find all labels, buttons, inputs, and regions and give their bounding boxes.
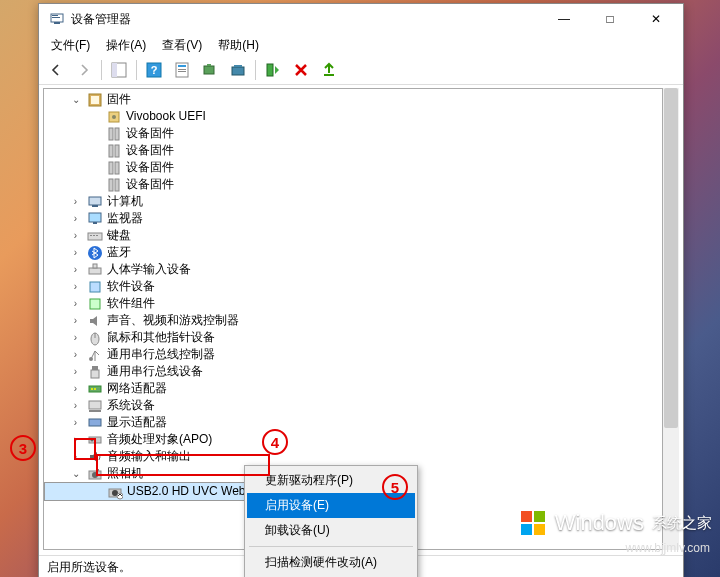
tree-node[interactable]: ›通用串行总线设备 xyxy=(44,363,662,380)
expand-icon[interactable]: › xyxy=(68,449,83,464)
tree-node[interactable]: ›显示适配器 xyxy=(44,414,662,431)
expand-icon[interactable]: › xyxy=(68,228,83,243)
svg-rect-51 xyxy=(89,401,101,409)
svg-rect-36 xyxy=(93,235,95,236)
keyboard-icon xyxy=(87,228,103,244)
svg-rect-37 xyxy=(96,235,98,236)
svg-rect-13 xyxy=(207,64,211,66)
audio-io-icon xyxy=(87,449,103,465)
show-hide-tree-button[interactable] xyxy=(106,57,132,83)
tree-item[interactable]: 设备固件 xyxy=(44,125,662,142)
svg-rect-15 xyxy=(234,65,242,67)
tree-node[interactable]: ›通用串行总线控制器 xyxy=(44,346,662,363)
expand-icon[interactable]: › xyxy=(68,415,83,430)
tree-node[interactable]: ›软件设备 xyxy=(44,278,662,295)
back-button[interactable] xyxy=(43,57,69,83)
svg-rect-24 xyxy=(109,145,113,157)
tree-node-firmware[interactable]: ⌄ 固件 xyxy=(44,91,662,108)
window-title: 设备管理器 xyxy=(71,11,541,28)
software-device-icon xyxy=(87,279,103,295)
expand-icon[interactable]: › xyxy=(68,432,83,447)
tree-node[interactable]: ›网络适配器 xyxy=(44,380,662,397)
menu-action[interactable]: 操作(A) xyxy=(98,35,154,56)
minimize-button[interactable]: — xyxy=(541,4,587,34)
sound-icon xyxy=(87,313,103,329)
annotation-3: 3 xyxy=(10,435,36,461)
tree-node[interactable]: ›声音、视频和游戏控制器 xyxy=(44,312,662,329)
svg-rect-39 xyxy=(89,268,101,274)
maximize-button[interactable]: □ xyxy=(587,4,633,34)
svg-rect-33 xyxy=(93,222,97,224)
tree-item-webcam-selected[interactable]: USB2.0 HD UVC WebCam xyxy=(44,482,272,501)
ctx-update-driver[interactable]: 更新驱动程序(P) xyxy=(247,468,415,493)
enable-device-button[interactable] xyxy=(260,57,286,83)
tree-label: 计算机 xyxy=(107,193,143,210)
firmware-chip-icon xyxy=(106,160,122,176)
uninstall-button[interactable] xyxy=(288,57,314,83)
usb-icon xyxy=(87,347,103,363)
collapse-icon[interactable]: ⌄ xyxy=(68,466,83,481)
collapse-icon[interactable]: ⌄ xyxy=(68,92,83,107)
add-legacy-button[interactable] xyxy=(316,57,342,83)
expand-icon[interactable]: › xyxy=(68,313,83,328)
menu-file[interactable]: 文件(F) xyxy=(43,35,98,56)
tree-label: 通用串行总线控制器 xyxy=(107,346,215,363)
expand-icon[interactable]: › xyxy=(68,211,83,226)
computer-icon xyxy=(87,194,103,210)
expand-icon[interactable]: › xyxy=(68,398,83,413)
tree-item[interactable]: 设备固件 xyxy=(44,176,662,193)
tree-node[interactable]: ›计算机 xyxy=(44,193,662,210)
context-menu: 更新驱动程序(P) 启用设备(E) 卸载设备(U) 扫描检测硬件改动(A) 属性… xyxy=(244,465,418,577)
forward-button[interactable] xyxy=(71,57,97,83)
expand-icon[interactable]: › xyxy=(68,364,83,379)
tree-label: 鼠标和其他指针设备 xyxy=(107,329,215,346)
expand-icon[interactable]: › xyxy=(68,245,83,260)
ctx-uninstall[interactable]: 卸载设备(U) xyxy=(247,518,415,543)
ctx-scan-hardware[interactable]: 扫描检测硬件改动(A) xyxy=(247,550,415,575)
tree-item[interactable]: Vivobook UEFI xyxy=(44,108,662,125)
svg-rect-28 xyxy=(109,179,113,191)
tree-label: 蓝牙 xyxy=(107,244,131,261)
tree-label: 网络适配器 xyxy=(107,380,167,397)
tree-label: 声音、视频和游戏控制器 xyxy=(107,312,239,329)
svg-rect-53 xyxy=(89,419,101,426)
svg-text:?: ? xyxy=(151,64,158,76)
svg-rect-2 xyxy=(52,15,58,16)
tree-item[interactable]: 设备固件 xyxy=(44,159,662,176)
expand-icon[interactable]: › xyxy=(68,296,83,311)
status-text: 启用所选设备。 xyxy=(47,559,131,576)
tree-label: 监视器 xyxy=(107,210,143,227)
close-button[interactable]: ✕ xyxy=(633,4,679,34)
tree-node[interactable]: ›监视器 xyxy=(44,210,662,227)
help-button[interactable]: ? xyxy=(141,57,167,83)
tree-label: 通用串行总线设备 xyxy=(107,363,203,380)
tree-node[interactable]: ›蓝牙 xyxy=(44,244,662,261)
menu-view[interactable]: 查看(V) xyxy=(154,35,210,56)
expand-icon[interactable]: › xyxy=(68,262,83,277)
svg-point-21 xyxy=(112,115,116,119)
expand-icon[interactable]: › xyxy=(68,381,83,396)
update-driver-button[interactable] xyxy=(225,57,251,83)
expand-icon[interactable]: › xyxy=(68,347,83,362)
expand-icon[interactable]: › xyxy=(68,194,83,209)
tree-item[interactable]: 设备固件 xyxy=(44,142,662,159)
menu-help[interactable]: 帮助(H) xyxy=(210,35,267,56)
scrollbar-thumb[interactable] xyxy=(664,88,678,428)
titlebar: 设备管理器 — □ ✕ xyxy=(39,4,683,34)
scan-hardware-button[interactable] xyxy=(197,57,223,83)
tree-node[interactable]: ›音频处理对象(APO) xyxy=(44,431,662,448)
svg-rect-27 xyxy=(115,162,119,174)
tree-node[interactable]: ›人体学输入设备 xyxy=(44,261,662,278)
tree-node[interactable]: ›系统设备 xyxy=(44,397,662,414)
tree-node[interactable]: ›音频输入和输出 xyxy=(44,448,662,465)
tree-node[interactable]: ›软件组件 xyxy=(44,295,662,312)
svg-rect-19 xyxy=(91,96,99,104)
expand-icon[interactable]: › xyxy=(68,330,83,345)
tree-node[interactable]: ›键盘 xyxy=(44,227,662,244)
expand-icon[interactable]: › xyxy=(68,279,83,294)
vertical-scrollbar[interactable] xyxy=(663,88,679,550)
tree-label: 设备固件 xyxy=(126,176,174,193)
properties-button[interactable] xyxy=(169,57,195,83)
tree-node[interactable]: ›鼠标和其他指针设备 xyxy=(44,329,662,346)
ctx-enable-device[interactable]: 启用设备(E) xyxy=(247,493,415,518)
